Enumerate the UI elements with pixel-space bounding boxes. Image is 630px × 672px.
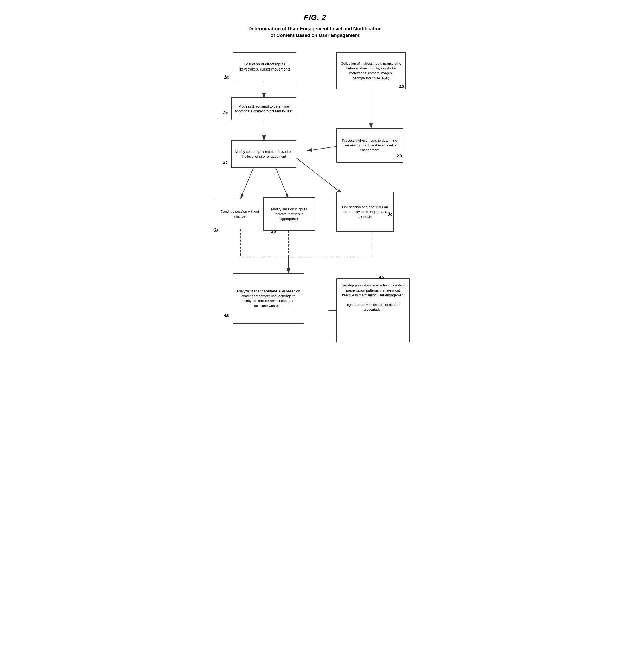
svg-line-5 xyxy=(275,167,288,199)
svg-line-6 xyxy=(294,156,342,193)
figure-title: FIG. 2 xyxy=(206,13,424,22)
box-4a: Analyze user engagement level based on c… xyxy=(233,273,304,324)
label-2c: 2c xyxy=(223,160,228,165)
label-3b: 3b xyxy=(271,229,276,234)
box-3c: End session and offer user an opportunit… xyxy=(336,192,394,232)
label-2a: 2a xyxy=(223,111,228,116)
figure-subtitle: Determination of User Engagement Level a… xyxy=(206,26,424,39)
box-4b-text1: Develop population level rules on conten… xyxy=(340,283,406,298)
label-2b: 2b xyxy=(397,153,402,158)
label-1b: 1b xyxy=(399,84,404,89)
diagram: Collection of direct inputs (keystrokes,… xyxy=(206,50,424,409)
box-2c: Modify content presentation based on the… xyxy=(231,140,297,168)
box-4b-text2: Higher order modification of content pre… xyxy=(340,303,406,312)
label-3a: 3a xyxy=(214,228,219,233)
page: FIG. 2 Determination of User Engagement … xyxy=(195,5,435,425)
box-1a: Collection of direct inputs (keystrokes,… xyxy=(233,52,297,81)
label-4a: 4a xyxy=(224,313,229,318)
label-1a: 1a xyxy=(224,75,229,80)
box-2b: Process indirect inputs to determine use… xyxy=(336,128,403,163)
box-4b: Develop population level rules on conten… xyxy=(336,279,410,342)
box-3b: Modify session if inputs indicate that t… xyxy=(263,197,315,231)
label-4b: 4b xyxy=(379,275,384,280)
box-2a: Process direct input to determine approp… xyxy=(231,97,297,120)
box-1b: Collection of indirect inputs (pause tim… xyxy=(336,52,406,90)
box-3a: Continue session without change xyxy=(214,199,266,229)
svg-line-4 xyxy=(240,167,254,199)
label-3c: 3c xyxy=(388,212,393,217)
